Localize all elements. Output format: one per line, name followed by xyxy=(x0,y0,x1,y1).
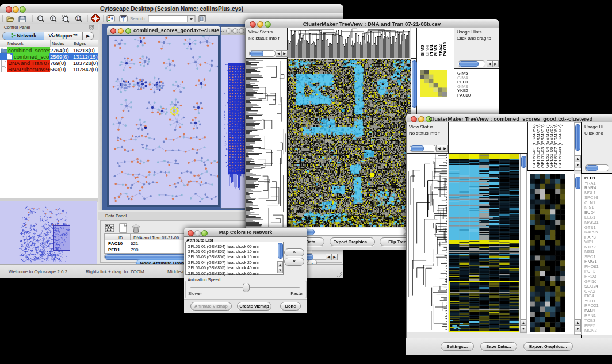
svg-text:Search:: Search: xyxy=(130,16,146,21)
svg-text:1:1: 1:1 xyxy=(76,17,81,20)
